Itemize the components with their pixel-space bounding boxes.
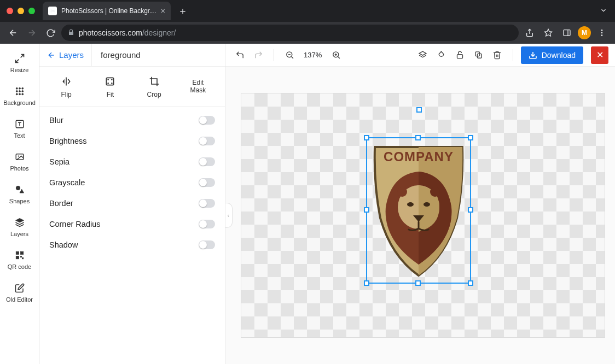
rail-label: Background bbox=[3, 99, 36, 106]
rail-label: Shapes bbox=[9, 198, 30, 204]
layers-icon bbox=[14, 216, 26, 228]
editor-app: Resize Background Text Photos Shapes bbox=[0, 44, 615, 364]
svg-point-13 bbox=[21, 87, 23, 89]
panel-collapse-handle[interactable]: ‹ bbox=[225, 203, 233, 228]
resize-handle[interactable] bbox=[415, 280, 421, 286]
resize-handle[interactable] bbox=[364, 135, 369, 140]
toggle-shadow[interactable] bbox=[199, 240, 215, 249]
canvas-toolbar: 137% bbox=[225, 44, 615, 67]
svg-point-19 bbox=[21, 93, 23, 95]
svg-rect-28 bbox=[16, 251, 19, 254]
rail-item-text[interactable]: Text bbox=[0, 113, 39, 145]
canvas-area: 137% bbox=[225, 44, 615, 364]
action-flip[interactable]: Flip bbox=[46, 73, 86, 101]
rail-label: Old Editor bbox=[6, 296, 33, 303]
browser-tab[interactable]: ✂︎ PhotoScissors | Online Backgr… × bbox=[43, 2, 171, 20]
undo-button[interactable] bbox=[232, 48, 247, 63]
back-to-layers-button[interactable]: Layers bbox=[39, 44, 92, 66]
share-icon[interactable] bbox=[522, 25, 537, 40]
properties-panel: Layers foreground Flip Fit Cro bbox=[39, 44, 225, 364]
resize-handle[interactable] bbox=[415, 135, 421, 140]
canvas-stage[interactable]: COMPANY bbox=[241, 93, 605, 338]
action-crop[interactable]: Crop bbox=[134, 73, 175, 101]
toggle-corner[interactable] bbox=[199, 220, 215, 228]
rail-item-layers[interactable]: Layers bbox=[0, 211, 39, 244]
new-tab-button[interactable]: ＋ bbox=[175, 3, 190, 19]
shapes-icon bbox=[14, 184, 26, 196]
resize-handle[interactable] bbox=[468, 135, 473, 140]
download-label: Download bbox=[542, 51, 576, 60]
resize-handle[interactable] bbox=[468, 280, 473, 286]
rail-item-photos[interactable]: Photos bbox=[0, 145, 39, 178]
download-button[interactable]: Download bbox=[521, 46, 583, 64]
toggle-sepia[interactable] bbox=[199, 157, 215, 166]
svg-point-16 bbox=[21, 91, 23, 92]
svg-point-12 bbox=[19, 87, 20, 89]
address-bar[interactable]: photoscissors.com/designer/ bbox=[61, 25, 519, 41]
zoom-out-button[interactable] bbox=[282, 48, 297, 63]
layers-stack-icon[interactable] bbox=[415, 48, 431, 63]
rail-item-shapes[interactable]: Shapes bbox=[0, 178, 39, 211]
side-panel-icon[interactable] bbox=[559, 25, 575, 40]
tab-close-icon[interactable]: × bbox=[161, 7, 165, 15]
nav-reload-button[interactable] bbox=[43, 25, 58, 40]
switch-label: Sepia bbox=[49, 157, 69, 166]
switch-row-border: Border bbox=[49, 193, 215, 214]
resize-handle[interactable] bbox=[468, 207, 473, 213]
rail-item-background[interactable]: Background bbox=[0, 80, 39, 113]
kebab-menu-icon[interactable] bbox=[594, 25, 610, 40]
switch-label: Corner Radius bbox=[49, 220, 101, 228]
rotation-handle[interactable] bbox=[416, 107, 422, 113]
rail-label: Photos bbox=[10, 165, 28, 172]
url-text: photoscissors.com/designer/ bbox=[79, 28, 176, 37]
switch-label: Shadow bbox=[49, 240, 78, 249]
redo-button bbox=[251, 48, 266, 63]
bookmark-icon[interactable] bbox=[541, 25, 556, 40]
svg-point-25 bbox=[16, 186, 20, 190]
toggle-brightness[interactable] bbox=[199, 137, 215, 145]
window-zoom-icon[interactable] bbox=[28, 8, 35, 14]
rail-item-resize[interactable]: Resize bbox=[0, 47, 39, 80]
duplicate-icon[interactable] bbox=[471, 48, 486, 63]
tabstrip-expand-icon[interactable] bbox=[600, 7, 607, 16]
svg-point-17 bbox=[16, 93, 18, 95]
svg-marker-26 bbox=[20, 189, 24, 193]
toggle-blur[interactable] bbox=[199, 116, 215, 125]
toggle-border[interactable] bbox=[199, 199, 215, 208]
flip-icon bbox=[61, 75, 72, 87]
svg-point-38 bbox=[108, 83, 109, 84]
rail-item-oldeditor[interactable]: Old Editor bbox=[0, 277, 39, 309]
svg-line-10 bbox=[15, 60, 19, 63]
delete-icon[interactable] bbox=[490, 48, 505, 63]
action-edit-mask[interactable]: Edit Mask bbox=[178, 73, 218, 101]
svg-point-24 bbox=[18, 155, 19, 156]
profile-avatar[interactable]: M bbox=[578, 26, 591, 39]
close-button[interactable]: ✕ bbox=[591, 46, 608, 64]
lock-icon[interactable] bbox=[452, 48, 468, 63]
switch-row-blur: Blur bbox=[49, 110, 215, 131]
resize-handle[interactable] bbox=[364, 280, 369, 286]
svg-marker-27 bbox=[15, 219, 24, 223]
resize-handle[interactable] bbox=[364, 207, 369, 213]
window-close-icon[interactable] bbox=[7, 8, 13, 14]
tab-favicon-icon: ✂︎ bbox=[48, 7, 57, 15]
switch-row-grayscale: Grayscale bbox=[49, 172, 215, 193]
svg-rect-4 bbox=[564, 30, 570, 36]
rail-label: Resize bbox=[10, 67, 29, 73]
action-fit[interactable]: Fit bbox=[90, 73, 130, 101]
svg-point-7 bbox=[601, 32, 603, 34]
rail-item-qrcode[interactable]: QR code bbox=[0, 244, 39, 277]
fit-icon bbox=[105, 75, 115, 87]
zoom-level: 137% bbox=[300, 51, 325, 59]
nav-forward-button bbox=[24, 25, 39, 40]
nav-back-button[interactable] bbox=[5, 25, 21, 40]
qrcode-icon bbox=[14, 249, 26, 261]
image-icon bbox=[14, 151, 26, 163]
window-minimize-icon[interactable] bbox=[18, 8, 24, 14]
toggle-grayscale[interactable] bbox=[199, 178, 215, 187]
zoom-in-button[interactable] bbox=[328, 48, 344, 63]
svg-point-36 bbox=[108, 79, 109, 80]
tab-title: PhotoScissors | Online Backgr… bbox=[61, 7, 156, 15]
selection-box-inner[interactable] bbox=[366, 137, 471, 284]
opacity-icon[interactable] bbox=[434, 48, 449, 63]
